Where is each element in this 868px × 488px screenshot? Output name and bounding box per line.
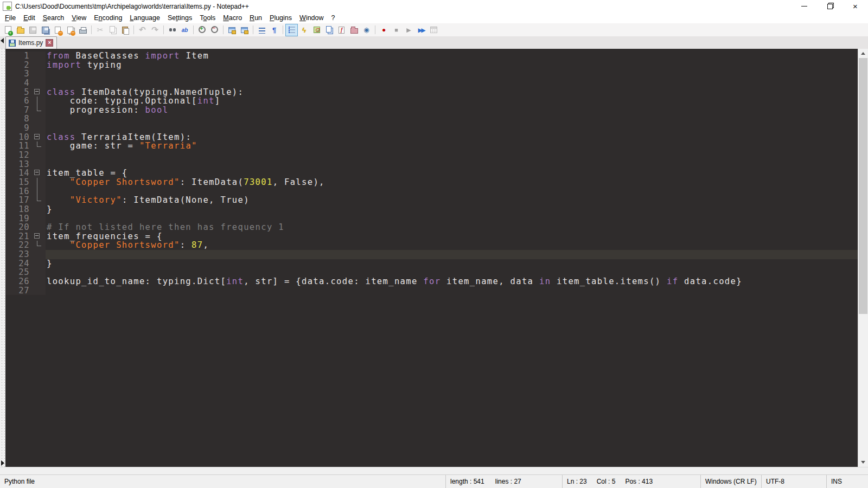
document-list-button[interactable] [323, 24, 335, 36]
copy-button[interactable] [107, 24, 118, 36]
replace-button[interactable]: ab [179, 24, 190, 36]
code-line[interactable]: 15 "Copper Shortsword": ItemData(73001, … [5, 178, 858, 187]
code-line[interactable]: 9 [5, 124, 858, 133]
menu-item-tools[interactable]: Tools [196, 13, 219, 23]
code-text: progression: bool [46, 106, 858, 115]
open-button[interactable] [15, 24, 26, 36]
scroll-down-arrow[interactable] [858, 458, 868, 467]
monitoring-button[interactable]: ◉ [361, 24, 372, 36]
indent-guide-button[interactable] [286, 24, 297, 36]
menu-item-search[interactable]: Search [39, 13, 68, 23]
show-all-characters-button[interactable]: ¶ [269, 24, 280, 36]
code-line[interactable]: 6 code: typing.Optional[int] [5, 97, 858, 106]
paste-button[interactable] [119, 24, 131, 36]
save-button[interactable] [27, 24, 39, 36]
menu-item-window[interactable]: Window [296, 13, 327, 23]
macro-run-multiple-button[interactable]: ▶▶ [416, 24, 427, 36]
code-line[interactable]: 10class TerrariaItem(Item): [5, 133, 858, 142]
status-encoding[interactable]: UTF-8 [762, 475, 827, 488]
code-line[interactable]: 12 [5, 151, 858, 160]
code-line[interactable]: 23 [5, 250, 858, 259]
code-line[interactable]: 7 progression: bool [5, 106, 858, 115]
code-line[interactable]: 3 [5, 69, 858, 79]
menu-item-encoding[interactable]: Encoding [90, 13, 126, 23]
sync-horizontal-button[interactable] [239, 24, 250, 36]
menu-item-plugins[interactable]: Plugins [266, 13, 296, 23]
code-line[interactable]: 26lookup_id_to_name: typing.Dict[int, st… [5, 277, 858, 286]
close-all-button[interactable] [65, 24, 76, 36]
code-line[interactable]: 11 game: str = "Terraria" [5, 142, 858, 151]
sync-vertical-button[interactable] [226, 24, 238, 36]
close-button[interactable] [52, 24, 63, 36]
zoom-out-button[interactable] [209, 24, 220, 36]
menu-item-language[interactable]: Language [126, 13, 164, 23]
minimize-button[interactable] [792, 0, 817, 12]
find-button[interactable] [167, 24, 178, 36]
restore-button[interactable] [817, 0, 843, 12]
fold-collapse-icon[interactable] [29, 133, 46, 142]
macro-stop-button[interactable]: ■ [391, 24, 402, 36]
code-line[interactable]: 4 [5, 79, 858, 88]
fold-collapse-icon[interactable] [29, 232, 46, 241]
new-file-button[interactable] [2, 24, 14, 36]
menu-item-view[interactable]: View [68, 13, 90, 23]
close-button[interactable]: × [843, 0, 868, 12]
tab-close-icon[interactable]: × [46, 39, 53, 47]
editor-surface[interactable]: 1from BaseClasses import Item2import typ… [5, 49, 858, 467]
menu-item-edit[interactable]: Edit [20, 13, 39, 23]
menu-item-macro[interactable]: Macro [219, 13, 246, 23]
word-wrap-button[interactable] [256, 24, 267, 36]
status-insert-mode[interactable]: INS [827, 475, 868, 488]
code-line[interactable]: 17 "Victory": ItemData(None, True) [5, 196, 858, 205]
code-line[interactable]: 22 "Copper Shortsword": 87, [5, 241, 858, 250]
status-doc-type: Python file [0, 475, 446, 488]
code-line[interactable]: 14item_table = { [5, 169, 858, 178]
cut-button[interactable]: ✂ [94, 24, 106, 36]
menu-item-[interactable]: ? [328, 13, 339, 23]
code-line[interactable]: 5class ItemData(typing.NamedTuple): [5, 88, 858, 97]
line-number: 7 [5, 106, 29, 115]
panel-expand-arrow[interactable] [1, 460, 4, 466]
vertical-scrollbar[interactable] [858, 49, 868, 467]
folder-as-workspace-button[interactable] [348, 24, 360, 36]
code-line[interactable]: 27 [5, 286, 858, 296]
function-list-button[interactable]: ƒ [336, 24, 347, 36]
tab-scroll-left-arrow[interactable] [1, 38, 4, 43]
code-text [46, 151, 858, 160]
code-line[interactable]: 25 [5, 268, 858, 277]
code-line[interactable]: 24} [5, 259, 858, 268]
macro-record-button[interactable]: ● [378, 24, 390, 36]
fold-margin [29, 241, 46, 250]
fold-collapse-icon[interactable] [29, 88, 46, 97]
saved-file-icon [9, 40, 16, 47]
menu-item-file[interactable]: File [1, 13, 20, 23]
menu-item-run[interactable]: Run [246, 13, 266, 23]
scrollbar-thumb[interactable] [859, 58, 867, 314]
tab-items-py[interactable]: Items.py× [5, 36, 57, 49]
code-line[interactable]: 18} [5, 205, 858, 214]
save-all-button[interactable] [40, 24, 51, 36]
code-line[interactable]: 16 [5, 187, 858, 196]
redo-button[interactable]: ↷ [149, 24, 161, 36]
macro-save-button[interactable] [428, 24, 439, 36]
undo-button[interactable]: ↶ [137, 24, 148, 36]
macro-play-button[interactable]: ▶ [403, 24, 414, 36]
print-button[interactable] [77, 24, 88, 36]
zoom-in-button[interactable] [196, 24, 208, 36]
status-eol-format[interactable]: Windows (CR LF) [701, 475, 762, 488]
code-line[interactable]: 19 [5, 214, 858, 223]
shortcut-mapper-button[interactable]: ϟ [298, 24, 310, 36]
scroll-up-arrow[interactable] [858, 49, 868, 58]
code-line[interactable]: 20# If not listed here then has frequenc… [5, 223, 858, 232]
code-line[interactable]: 21item_frequencies = { [5, 232, 858, 241]
menu-item-settings[interactable]: Settings [164, 13, 196, 23]
horizontal-scrollbar[interactable] [0, 467, 868, 474]
document-map-button[interactable] [311, 24, 322, 36]
line-number: 2 [5, 61, 29, 70]
fold-collapse-icon[interactable] [29, 169, 46, 178]
main-area: 1from BaseClasses import Item2import typ… [0, 49, 868, 467]
code-line[interactable]: 2import typing [5, 61, 858, 70]
code-line[interactable]: 13 [5, 160, 858, 169]
code-line[interactable]: 1from BaseClasses import Item [5, 52, 858, 61]
code-line[interactable]: 8 [5, 114, 858, 124]
